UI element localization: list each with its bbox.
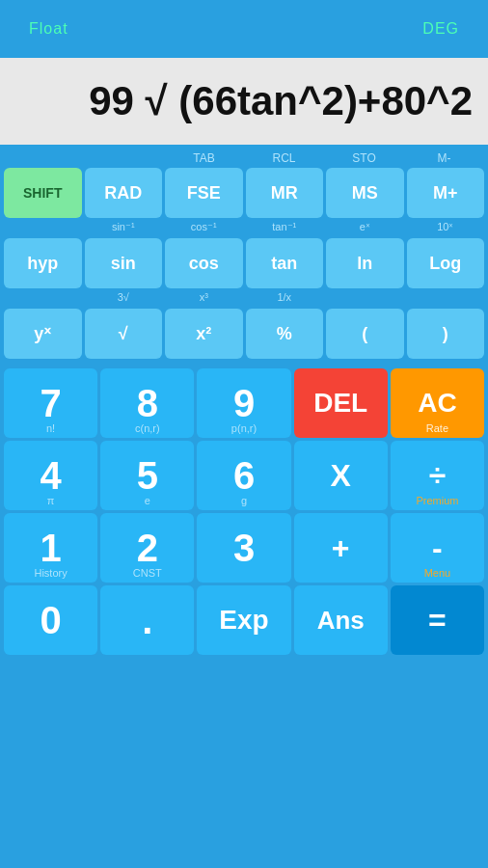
- row3-sublabels: 3√ x³ 1/x: [0, 291, 488, 309]
- key-6[interactable]: 6 g: [197, 441, 290, 510]
- key-0[interactable]: 0: [4, 585, 97, 655]
- num-row-1: 7 n! 8 c(n,r) 9 p(n,r) DEL AC Rate: [0, 368, 488, 438]
- cbrt-label: 3√: [85, 291, 163, 309]
- key-4[interactable]: 4 π: [4, 441, 97, 510]
- yx-button[interactable]: yˣ: [4, 309, 82, 359]
- sci-row-1: SHIFT RAD FSE MR MS M+: [0, 168, 488, 218]
- float-label: Float: [29, 20, 68, 38]
- row2-sublabels: sin⁻¹ cos⁻¹ tan⁻¹ eˣ 10ˣ: [0, 221, 488, 238]
- num-row-2: 4 π 5 e 6 g X ÷ Premium: [0, 441, 488, 510]
- keypad: TAB RCL STO M- SHIFT RAD FSE MR MS M+ si…: [0, 145, 488, 655]
- plus-button[interactable]: +: [294, 513, 388, 583]
- tenx-label: 10ˣ: [407, 221, 485, 238]
- xsq-button[interactable]: x²: [165, 309, 243, 359]
- rad-button[interactable]: RAD: [85, 168, 163, 218]
- display-expression: 99 √ (66tan^2)+80^2: [89, 78, 473, 124]
- key-5[interactable]: 5 e: [100, 441, 194, 510]
- minus-button[interactable]: - Menu: [391, 513, 484, 583]
- divide-button[interactable]: ÷ Premium: [391, 441, 484, 510]
- ln-button[interactable]: ln: [326, 238, 404, 288]
- deg-label: DEG: [422, 20, 459, 38]
- cube-label: x³: [165, 291, 243, 309]
- ans-button[interactable]: Ans: [294, 585, 388, 655]
- sci-row-3: yˣ √ x² % ( ): [0, 309, 488, 359]
- log-button[interactable]: Log: [407, 238, 485, 288]
- key-9[interactable]: 9 p(n,r): [197, 368, 290, 438]
- ac-button[interactable]: AC Rate: [391, 368, 484, 438]
- mr-button[interactable]: MR: [246, 168, 324, 218]
- tan-button[interactable]: tan: [246, 238, 324, 288]
- sin-button[interactable]: sin: [85, 238, 163, 288]
- key-2[interactable]: 2 CNST: [100, 513, 194, 583]
- num-row-3: 1 History 2 CNST 3 + - Menu: [0, 513, 488, 583]
- key-7[interactable]: 7 n!: [4, 368, 97, 438]
- sto-label: STO: [324, 151, 404, 165]
- key-dot[interactable]: .: [100, 585, 194, 655]
- lparen-button[interactable]: (: [326, 309, 404, 359]
- rparen-button[interactable]: ): [407, 309, 485, 359]
- sin-inv-label: sin⁻¹: [85, 221, 163, 238]
- key-1[interactable]: 1 History: [4, 513, 97, 583]
- ex-label: eˣ: [326, 221, 404, 238]
- tan-inv-label: tan⁻¹: [246, 221, 324, 238]
- del-button[interactable]: DEL: [294, 368, 388, 438]
- key-8[interactable]: 8 c(n,r): [100, 368, 194, 438]
- cos-button[interactable]: cos: [165, 238, 243, 288]
- header: Float DEG: [0, 0, 488, 58]
- mplus-button[interactable]: M+: [407, 168, 485, 218]
- sci-row-2: hyp sin cos tan ln Log: [0, 238, 488, 288]
- cos-inv-label: cos⁻¹: [165, 221, 243, 238]
- exp-button[interactable]: Exp: [197, 585, 290, 655]
- equals-button[interactable]: =: [391, 585, 484, 655]
- percent-button[interactable]: %: [246, 309, 324, 359]
- shift-button[interactable]: SHIFT: [4, 168, 82, 218]
- multiply-button[interactable]: X: [294, 441, 388, 510]
- tab-label: TAB: [164, 151, 244, 165]
- fse-button[interactable]: FSE: [165, 168, 243, 218]
- rcl-label: RCL: [244, 151, 324, 165]
- ms-button[interactable]: MS: [326, 168, 404, 218]
- inv-label: 1/x: [246, 291, 324, 309]
- display: 99 √ (66tan^2)+80^2: [0, 58, 488, 145]
- key-3[interactable]: 3: [197, 513, 290, 583]
- num-row-4: 0 . Exp Ans =: [0, 585, 488, 655]
- mminus-label: M-: [404, 151, 484, 165]
- hyp-button[interactable]: hyp: [4, 238, 82, 288]
- sqrt-button[interactable]: √: [85, 309, 163, 359]
